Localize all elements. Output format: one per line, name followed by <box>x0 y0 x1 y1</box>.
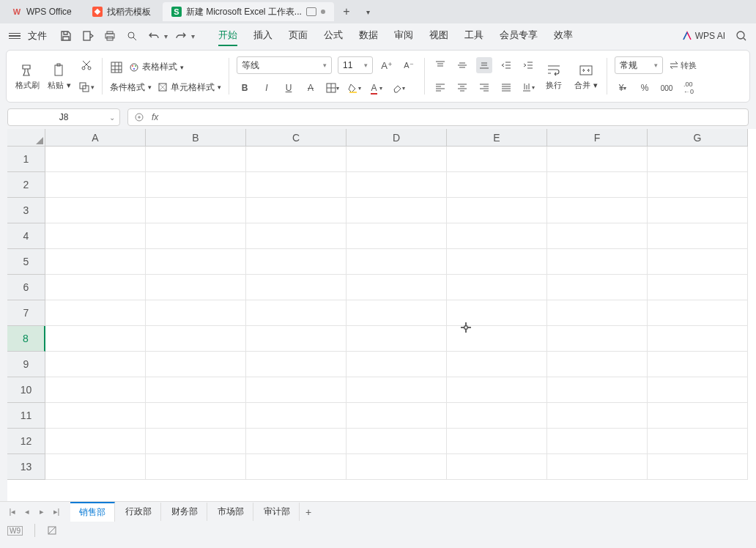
cell[interactable] <box>547 300 648 326</box>
expand-formula-icon[interactable] <box>134 112 144 122</box>
cell[interactable] <box>648 223 748 249</box>
cell[interactable] <box>447 223 547 249</box>
align-bottom-button[interactable] <box>476 57 492 73</box>
cell[interactable] <box>346 429 447 454</box>
wps-ai-button[interactable]: WPS AI <box>682 31 725 41</box>
tab-current-document[interactable]: S 新建 Microsoft Excel 工作表... <box>163 2 334 21</box>
tab-data[interactable]: 数据 <box>359 26 378 46</box>
cut-button[interactable] <box>78 57 94 73</box>
cell[interactable] <box>547 326 648 352</box>
tab-member[interactable]: 会员专享 <box>500 26 538 46</box>
font-size-select[interactable]: 11 ▾ <box>338 56 373 74</box>
undo-dropdown[interactable]: ▾ <box>164 32 168 40</box>
table-style-button[interactable]: 表格样式 ▾ <box>129 61 184 73</box>
cell[interactable] <box>146 300 246 326</box>
cell[interactable] <box>45 223 146 249</box>
cell[interactable] <box>447 403 547 429</box>
tab-page[interactable]: 页面 <box>289 26 308 46</box>
record-macro-icon[interactable] <box>47 525 57 536</box>
paste-button[interactable]: 粘贴 ▾ <box>46 51 73 102</box>
cell[interactable] <box>346 249 447 275</box>
sheet-nav-last[interactable]: ▸| <box>50 506 63 519</box>
cell[interactable] <box>45 300 146 326</box>
cell[interactable] <box>547 249 648 275</box>
cell[interactable] <box>346 326 447 352</box>
increase-decimal-button[interactable]: .00←0 <box>681 80 697 96</box>
cell[interactable] <box>447 429 547 454</box>
cell[interactable] <box>246 326 346 352</box>
cell[interactable] <box>648 403 748 429</box>
font-name-select[interactable]: 等线 ▾ <box>237 56 332 74</box>
row-header[interactable]: 5 <box>7 249 45 275</box>
cell[interactable] <box>45 275 146 300</box>
row-header[interactable]: 2 <box>7 172 45 198</box>
align-middle-button[interactable] <box>454 57 470 73</box>
chevron-down-icon[interactable]: ⌄ <box>109 114 115 122</box>
sheet-tab[interactable]: 财务部 <box>163 503 207 521</box>
col-header[interactable]: F <box>547 129 648 147</box>
cell[interactable] <box>45 403 146 429</box>
sheet-nav-prev[interactable]: ◂ <box>21 506 34 519</box>
cell[interactable] <box>648 429 748 454</box>
sheet-tab[interactable]: 销售部 <box>70 502 115 522</box>
cell[interactable] <box>246 275 346 300</box>
col-header[interactable]: E <box>447 129 547 147</box>
cell[interactable] <box>246 198 346 223</box>
merge-button[interactable]: 合并 ▾ <box>573 51 599 102</box>
file-menu[interactable]: 文件 <box>28 29 47 42</box>
strikethrough-button[interactable]: A <box>303 80 319 96</box>
align-center-button[interactable] <box>454 79 470 95</box>
row-header[interactable]: 12 <box>7 429 45 454</box>
cell[interactable] <box>45 147 146 172</box>
cell[interactable] <box>246 300 346 326</box>
add-sheet-button[interactable]: + <box>301 505 316 519</box>
convert-button[interactable]: 转换 <box>669 57 697 73</box>
menu-button[interactable] <box>6 27 23 45</box>
cell[interactable] <box>648 249 748 275</box>
cell[interactable] <box>45 352 146 377</box>
cell[interactable] <box>246 377 346 403</box>
cell[interactable] <box>648 172 748 198</box>
clear-format-button[interactable]: ▾ <box>390 80 407 96</box>
cell[interactable] <box>346 172 447 198</box>
global-search-button[interactable] <box>733 27 750 45</box>
format-as-table-button[interactable] <box>110 59 123 75</box>
row-header[interactable]: 9 <box>7 352 45 377</box>
tab-start[interactable]: 开始 <box>218 26 237 46</box>
name-box[interactable]: J8 ⌄ <box>7 108 120 126</box>
cell[interactable] <box>547 147 648 172</box>
new-tab-button[interactable]: + <box>337 2 356 21</box>
tab-tools[interactable]: 工具 <box>464 26 483 46</box>
fx-icon[interactable]: fx <box>152 112 158 122</box>
cell[interactable] <box>346 377 447 403</box>
fill-color-button[interactable]: ▾ <box>346 80 363 96</box>
formula-bar[interactable]: fx <box>127 108 749 126</box>
tab-docer-templates[interactable]: 找稻壳模板 <box>84 2 160 21</box>
cell[interactable] <box>146 454 246 480</box>
border-button[interactable]: ▾ <box>325 80 341 96</box>
cell[interactable] <box>146 275 246 300</box>
cell[interactable] <box>447 147 547 172</box>
cell[interactable] <box>447 275 547 300</box>
redo-button[interactable] <box>172 27 190 45</box>
cell[interactable] <box>447 172 547 198</box>
cell[interactable] <box>547 223 648 249</box>
row-header[interactable]: 11 <box>7 403 45 429</box>
conditional-format-button[interactable]: 条件格式 ▾ <box>110 81 152 94</box>
export-button[interactable] <box>79 27 97 45</box>
col-header[interactable]: B <box>146 129 246 147</box>
cell[interactable] <box>346 147 447 172</box>
row-header[interactable]: 13 <box>7 454 45 480</box>
cell[interactable] <box>45 454 146 480</box>
underline-button[interactable]: U <box>281 80 297 96</box>
cell[interactable] <box>648 352 748 377</box>
row-header[interactable]: 8 <box>7 326 45 352</box>
cell[interactable] <box>146 352 246 377</box>
cell[interactable] <box>447 300 547 326</box>
undo-button[interactable] <box>145 27 163 45</box>
cell[interactable] <box>246 249 346 275</box>
cell[interactable] <box>146 377 246 403</box>
row-header[interactable]: 1 <box>7 147 45 172</box>
sheet-tab[interactable]: 审计部 <box>255 503 300 521</box>
print-preview-button[interactable] <box>123 27 141 45</box>
